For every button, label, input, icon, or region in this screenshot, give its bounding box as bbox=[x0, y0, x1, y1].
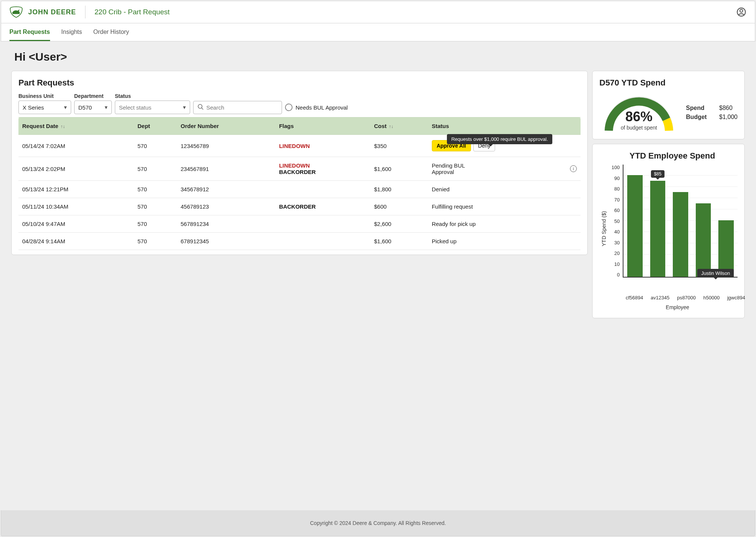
search-input[interactable] bbox=[206, 104, 278, 111]
chevron-down-icon: ▾ bbox=[105, 104, 108, 111]
deer-logo-icon bbox=[9, 6, 23, 18]
y-axis-ticks: 1009080706050403020100 bbox=[608, 165, 623, 278]
cell-order: 678912345 bbox=[177, 233, 275, 250]
chevron-down-icon: ▾ bbox=[183, 104, 186, 111]
cell-cost: $350 bbox=[370, 135, 428, 157]
cell-order: 234567891 bbox=[177, 157, 275, 181]
cell-flags bbox=[275, 181, 370, 198]
bar[interactable] bbox=[696, 203, 711, 277]
tab-order-history[interactable]: Order History bbox=[93, 23, 129, 41]
greeting: Hi <User> bbox=[14, 50, 745, 63]
cell-date: 05/13/24 2:02PM bbox=[18, 157, 134, 181]
cell-cost: $1,800 bbox=[370, 181, 428, 198]
table-row[interactable]: 05/14/24 7:02AM 570 123456789 LINEDOWN $… bbox=[18, 135, 581, 157]
budget-gauge: 86% of budget spent bbox=[599, 93, 678, 134]
cell-dept: 570 bbox=[134, 181, 177, 198]
status-select[interactable]: Select status ▾ bbox=[115, 101, 190, 114]
category-tooltip: Justin Wilson bbox=[697, 269, 734, 278]
svg-point-2 bbox=[198, 104, 202, 108]
top-bar: John Deere 220 Crib - Part Request bbox=[1, 1, 755, 23]
search-input-wrap[interactable] bbox=[193, 101, 282, 114]
employee-spend-card: YTD Employee Spend YTD Spend ($) 1009080… bbox=[592, 144, 745, 318]
gauge-percent: 86% bbox=[599, 109, 678, 125]
table-row[interactable]: 04/28/24 9:14AM 570 678912345 $1,600 Pic… bbox=[18, 233, 581, 250]
col-cost[interactable]: Cost↑↓ bbox=[370, 117, 428, 135]
y-axis-label: YTD Spend ($) bbox=[599, 165, 608, 293]
cell-order: 456789123 bbox=[177, 198, 275, 215]
chart-plot-area: Justin Wilson $85 bbox=[623, 165, 738, 278]
col-order-number[interactable]: Order Number bbox=[177, 117, 275, 135]
spend-kv: Spend$860 Budget$1,000 bbox=[686, 105, 738, 123]
x-axis-label: Employee bbox=[617, 304, 738, 310]
cell-date: 05/11/24 10:34AM bbox=[18, 198, 134, 215]
business-unit-label: Business Unit bbox=[18, 93, 71, 99]
x-tick-label: cf56894 bbox=[626, 295, 643, 301]
col-status[interactable]: Status bbox=[428, 117, 581, 135]
cell-flags bbox=[275, 215, 370, 233]
requests-table: Request Date↑↓ Dept Order Number Flags C… bbox=[18, 117, 581, 250]
bul-approval-toggle[interactable]: Needs BUL Approval bbox=[285, 104, 348, 114]
info-icon[interactable]: i bbox=[570, 165, 577, 172]
table-row[interactable]: 05/10/24 9:47AM 570 567891234 $2,600 Rea… bbox=[18, 215, 581, 233]
x-tick-label: ps87000 bbox=[677, 295, 696, 301]
bul-approval-label: Needs BUL Approval bbox=[296, 104, 348, 111]
tab-part-requests[interactable]: Part Requests bbox=[9, 23, 50, 41]
cell-date: 04/28/24 9:14AM bbox=[18, 233, 134, 250]
chevron-down-icon: ▾ bbox=[64, 104, 67, 111]
tab-insights[interactable]: Insights bbox=[61, 23, 82, 41]
x-tick-label: jgwc894 bbox=[727, 295, 745, 301]
cell-dept: 570 bbox=[134, 198, 177, 215]
bar[interactable] bbox=[627, 175, 643, 277]
col-request-date[interactable]: Request Date↑↓ bbox=[18, 117, 134, 135]
x-tick-label: h50000 bbox=[703, 295, 719, 301]
business-unit-select[interactable]: X Series ▾ bbox=[18, 101, 71, 114]
cell-flags: LINEDOWN bbox=[275, 135, 370, 157]
part-requests-card: Part Requests Business Unit X Series ▾ D… bbox=[11, 71, 588, 255]
radio-icon bbox=[285, 104, 293, 111]
cell-status: Pending BUL Approval bbox=[432, 162, 473, 175]
cell-flags: BACKORDER bbox=[275, 198, 370, 215]
table-row[interactable]: 05/13/24 12:21PM 570 345678912 $1,800 De… bbox=[18, 181, 581, 198]
cell-status: Fulfilling request bbox=[428, 198, 581, 215]
bar[interactable] bbox=[673, 192, 688, 277]
sort-icon: ↑↓ bbox=[389, 124, 393, 129]
cell-status: Ready for pick up bbox=[428, 215, 581, 233]
employee-bar-chart: YTD Spend ($) 1009080706050403020100 Jus… bbox=[599, 165, 738, 293]
table-row[interactable]: 05/13/24 2:02PM 570 234567891 LINEDOWNBA… bbox=[18, 157, 581, 181]
bul-tooltip: Requests over $1,000 require BUL approva… bbox=[447, 134, 553, 144]
table-row[interactable]: 05/11/24 10:34AM 570 456789123 BACKORDER… bbox=[18, 198, 581, 215]
budget-value: $1,000 bbox=[719, 114, 738, 121]
col-dept[interactable]: Dept bbox=[134, 117, 177, 135]
business-unit-value: X Series bbox=[23, 104, 44, 111]
cell-dept: 570 bbox=[134, 135, 177, 157]
footer: Copyright © 2024 Deere & Company. All Ri… bbox=[1, 510, 755, 536]
filter-bar: Business Unit X Series ▾ Department D570… bbox=[18, 93, 581, 114]
part-requests-title: Part Requests bbox=[18, 78, 581, 88]
status-label: Status bbox=[115, 93, 190, 99]
x-axis-labels: cf56894av12345ps87000h50000jgwc894 bbox=[622, 293, 738, 301]
bar[interactable] bbox=[718, 220, 734, 277]
svg-line-3 bbox=[201, 108, 203, 110]
cell-cost: $1,600 bbox=[370, 233, 428, 250]
bar[interactable]: $85 bbox=[650, 181, 666, 277]
cell-cost: $1,600 bbox=[370, 157, 428, 181]
x-tick-label: av12345 bbox=[651, 295, 669, 301]
cell-flags: LINEDOWNBACKORDER bbox=[275, 157, 370, 181]
employee-spend-title: YTD Employee Spend bbox=[599, 151, 738, 161]
svg-point-1 bbox=[740, 9, 743, 12]
cell-cost: $2,600 bbox=[370, 215, 428, 233]
tab-bar: Part Requests Insights Order History bbox=[1, 23, 755, 41]
spend-value: $860 bbox=[719, 105, 733, 111]
cell-date: 05/13/24 12:21PM bbox=[18, 181, 134, 198]
ytd-spend-title: D570 YTD Spend bbox=[599, 78, 738, 88]
department-value: D570 bbox=[78, 104, 92, 111]
user-account-icon[interactable] bbox=[736, 7, 747, 17]
col-flags[interactable]: Flags bbox=[275, 117, 370, 135]
department-select[interactable]: D570 ▾ bbox=[74, 101, 112, 114]
ytd-spend-card: D570 YTD Spend 86% of budget spent Spend… bbox=[592, 71, 745, 139]
main-content: Hi <User> Part Requests Business Unit X … bbox=[0, 41, 756, 510]
brand-divider bbox=[85, 6, 85, 18]
cell-order: 123456789 bbox=[177, 135, 275, 157]
cell-date: 05/10/24 9:47AM bbox=[18, 215, 134, 233]
budget-label: Budget bbox=[686, 114, 712, 121]
